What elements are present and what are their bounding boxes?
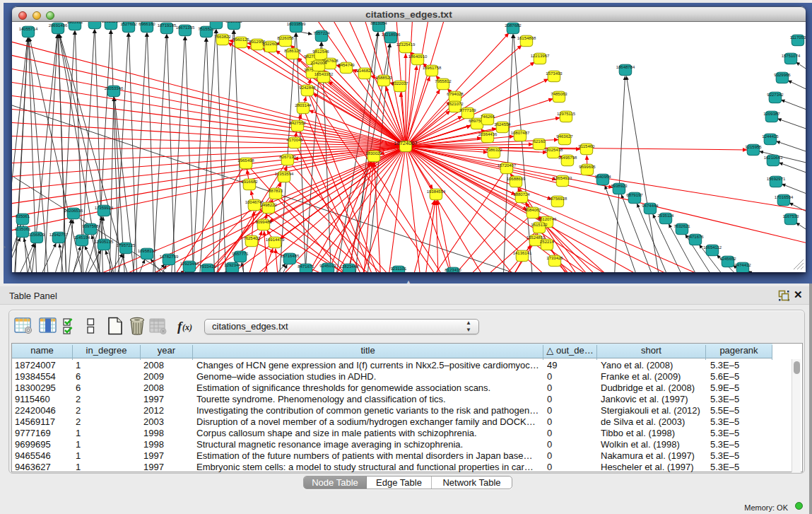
svg-text:10719185: 10719185 [158,23,177,28]
svg-text:10807487: 10807487 [511,131,530,135]
svg-text:835061: 835061 [16,214,30,218]
svg-text:8938923: 8938923 [611,184,628,188]
svg-text:19384554: 19384554 [427,189,446,194]
svg-text:15751074: 15751074 [782,54,801,58]
svg-text:9699695: 9699695 [579,165,596,169]
svg-text:252214: 252214 [540,240,555,244]
svg-text:10025438: 10025438 [544,148,563,152]
svg-text:62160: 62160 [534,139,546,144]
svg-text:12325419: 12325419 [396,42,416,47]
svg-text:16914479: 16914479 [266,238,285,242]
svg-text:9231101: 9231101 [391,267,408,271]
svg-text:12923448: 12923448 [180,262,199,266]
svg-text:7955812: 7955812 [435,79,452,83]
svg-text:16543382: 16543382 [314,72,334,76]
svg-text:8226058: 8226058 [277,36,294,40]
svg-text:15720407: 15720407 [498,163,517,168]
svg-text:8427552: 8427552 [289,121,306,125]
svg-text:10654112: 10654112 [703,245,722,250]
svg-text:10653267: 10653267 [102,22,121,23]
svg-text:8454749: 8454749 [338,63,355,67]
svg-text:9862120: 9862120 [208,22,225,23]
svg-text:1588520: 1588520 [375,76,392,80]
svg-text:9498222: 9498222 [260,203,277,207]
svg-text:8322605: 8322605 [262,42,279,46]
svg-text:15495798: 15495798 [558,156,577,160]
svg-text:8267130: 8267130 [279,155,296,159]
svg-text:1621072: 1621072 [447,102,464,106]
svg-text:12213967: 12213967 [531,54,550,58]
svg-text:2803144: 2803144 [295,103,312,107]
svg-text:1135061: 1135061 [15,227,32,231]
svg-text:6879197: 6879197 [626,193,643,197]
svg-text:6794028: 6794028 [447,92,464,96]
svg-text:17957225: 17957225 [117,243,136,247]
svg-text:(x): (x) [182,322,192,332]
svg-text:9245652: 9245652 [719,257,736,261]
svg-text:1573493: 1573493 [546,71,563,76]
svg-text:16210643: 16210643 [764,156,783,160]
svg-text:9777169: 9777169 [459,108,476,112]
svg-text:14136141: 14136141 [513,251,532,255]
svg-text:1965498: 1965498 [237,158,254,163]
svg-text:4170045: 4170045 [286,138,303,142]
svg-text:10958107: 10958107 [138,249,157,253]
svg-text:9245013: 9245013 [319,264,336,268]
svg-text:19218506: 19218506 [382,33,401,37]
svg-text:12942757: 12942757 [49,233,69,237]
svg-text:746266: 746266 [481,115,495,119]
svg-text:12905135: 12905135 [95,240,114,244]
svg-text:2935114: 2935114 [658,214,675,218]
svg-text:15692971: 15692971 [767,177,786,181]
svg-text:12823448: 12823448 [340,264,359,269]
svg-text:17016504: 17016504 [775,195,794,199]
svg-text:9474444: 9474444 [642,204,659,208]
svg-text:8813051: 8813051 [225,22,242,23]
svg-text:887833: 887833 [269,189,283,193]
svg-text:1640954: 1640954 [594,175,611,179]
svg-text:20053346: 20053346 [105,86,124,90]
svg-text:16961758: 16961758 [423,66,442,70]
svg-text:9812546: 9812546 [312,49,329,54]
svg-text:19756928: 19756928 [548,197,567,201]
svg-text:7485063: 7485063 [551,92,567,96]
svg-text:8123410: 8123410 [445,268,461,272]
svg-text:1733426: 1733426 [546,256,563,260]
svg-text:8471671: 8471671 [298,264,314,269]
svg-text:18640910: 18640910 [408,54,428,59]
svg-text:20206536: 20206536 [64,209,83,213]
svg-text:3215955: 3215955 [745,145,762,149]
svg-text:1292344: 1292344 [224,263,241,267]
svg-text:9115460: 9115460 [579,144,596,148]
svg-text:18724007: 18724007 [394,140,417,146]
svg-text:9227342: 9227342 [767,93,784,97]
svg-text:20364436: 20364436 [478,132,498,136]
svg-text:8322037: 8322037 [392,81,408,86]
svg-text:15716485: 15716485 [281,254,300,258]
svg-text:1905311: 1905311 [67,22,84,24]
svg-text:16033809: 16033809 [287,22,306,26]
svg-text:16154808: 16154808 [517,36,536,40]
svg-text:9329966: 9329966 [774,73,791,77]
svg-text:13654923: 13654923 [553,176,572,180]
svg-text:12353594: 12353594 [275,172,294,176]
svg-text:1916682: 1916682 [241,180,258,184]
svg-text:7357224: 7357224 [313,31,330,35]
svg-text:1880724: 1880724 [513,192,530,197]
svg-text:16782759: 16782759 [160,255,179,259]
svg-text:8960125: 8960125 [233,37,249,42]
svg-text:1244415: 1244415 [762,134,779,139]
svg-text:7632621: 7632621 [673,224,690,228]
svg-text:9397568: 9397568 [82,224,99,228]
svg-text:3624554: 3624554 [494,122,511,127]
svg-text:2087682: 2087682 [505,23,522,28]
svg-text:7625402: 7625402 [243,236,260,240]
svg-text:7663822: 7663822 [214,35,231,39]
svg-text:9474412: 9474412 [734,263,751,267]
svg-text:14055714: 14055714 [19,27,38,31]
svg-text:10688609: 10688609 [507,177,526,181]
svg-text:9099489: 9099489 [255,220,272,224]
svg-text:1209387: 1209387 [763,112,780,116]
svg-text:20691406: 20691406 [49,23,68,28]
svg-text:9657771: 9657771 [232,252,249,256]
